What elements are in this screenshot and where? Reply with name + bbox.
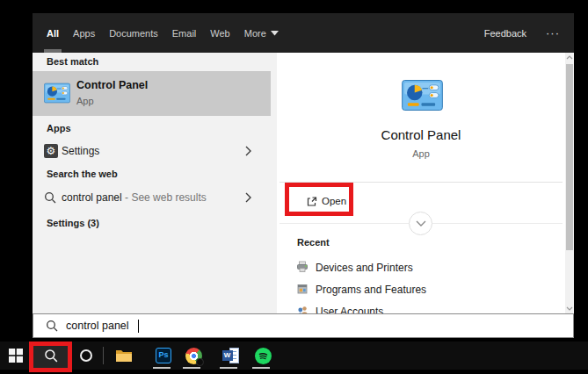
search-box[interactable]: control panel (33, 313, 574, 338)
preview-app-subtitle: App (277, 148, 565, 159)
taskbar: Ps W (0, 342, 588, 370)
settings-section-header: Settings (3) (47, 218, 99, 228)
result-web-search[interactable]: control panel - See web results (33, 185, 271, 210)
word-tile: W (222, 350, 233, 361)
expand-button[interactable] (409, 212, 432, 235)
chrome-badge (196, 358, 204, 366)
tab-apps-label: Apps (73, 28, 95, 39)
photoshop-button[interactable]: Ps (153, 342, 174, 370)
running-indicator-spotify (252, 367, 270, 369)
chevron-down-icon (271, 31, 279, 36)
tab-email[interactable]: Email (172, 13, 197, 53)
running-indicator-photoshop (153, 367, 171, 369)
program-box-icon (296, 283, 309, 295)
taskbar-separator (103, 347, 104, 364)
recent-item-label: Devices and Printers (316, 262, 413, 274)
photoshop-icon: Ps (156, 348, 171, 363)
best-match-result[interactable]: Control Panel App (33, 71, 271, 116)
tab-web[interactable]: Web (210, 13, 229, 53)
scrollbar-thumb[interactable] (566, 64, 573, 250)
tab-more[interactable]: More (244, 13, 279, 53)
recent-header: Recent (297, 237, 330, 248)
windows-search-flyout: All Apps Documents Email Web More (33, 13, 574, 338)
scroll-down-icon[interactable] (566, 306, 573, 311)
apps-section-header: Apps (47, 123, 71, 133)
search-icon (46, 320, 58, 332)
file-explorer-button[interactable] (113, 342, 134, 370)
filter-tabs: All Apps Documents Email Web More (47, 13, 279, 53)
annotation-box-open (285, 183, 353, 216)
cortana-button[interactable] (74, 342, 98, 370)
tab-more-label: More (244, 28, 266, 39)
cortana-icon (80, 349, 92, 362)
chrome-icon (185, 348, 202, 364)
feedback-link[interactable]: Feedback (484, 28, 526, 39)
chrome-button[interactable] (183, 342, 204, 370)
search-icon (44, 191, 56, 204)
file-explorer-icon (115, 349, 133, 363)
tab-all[interactable]: All (47, 13, 59, 53)
text-cursor (138, 320, 139, 333)
search-input-value: control panel (66, 320, 129, 332)
tab-web-label: Web (210, 28, 229, 39)
start-button[interactable] (4, 342, 28, 370)
chevron-right-icon (245, 192, 251, 203)
spotify-icon (255, 348, 272, 364)
recent-item-label: Programs and Features (316, 284, 426, 296)
tab-documents-label: Documents (109, 28, 158, 39)
running-indicator-word (220, 367, 237, 369)
more-options-icon[interactable]: ··· (546, 26, 560, 40)
tab-documents[interactable]: Documents (109, 13, 158, 53)
chevron-down-icon (416, 220, 426, 227)
results-panel: Best match Cont (33, 53, 277, 313)
tab-all-label: All (47, 28, 59, 39)
word-button[interactable]: W (220, 342, 241, 370)
tab-apps[interactable]: Apps (73, 13, 95, 53)
settings-result-label: Settings (62, 145, 99, 157)
search-filter-bar: All Apps Documents Email Web More (33, 13, 574, 53)
annotation-box-taskbar-search (29, 342, 72, 372)
recent-item-devices-printers[interactable]: Devices and Printers (277, 259, 541, 277)
running-indicator-chrome (183, 367, 200, 369)
best-match-title: Control Panel (76, 79, 148, 91)
scrollbar[interactable] (565, 53, 574, 313)
windows-start-icon (9, 349, 23, 363)
chevron-right-icon (245, 146, 251, 156)
web-search-suffix: - See web results (125, 191, 207, 204)
topbar-right: Feedback ··· (484, 26, 560, 40)
gear-icon: ⚙ (44, 144, 58, 158)
tab-email-label: Email (172, 28, 197, 39)
recent-item-programs-features[interactable]: Programs and Features (277, 281, 541, 298)
best-match-subtitle: App (76, 96, 94, 106)
web-search-label: control panel - See web results (62, 191, 207, 204)
web-search-query: control panel (62, 191, 122, 204)
best-match-header: Best match (47, 56, 98, 67)
spotify-button[interactable] (252, 342, 273, 370)
word-icon: W (222, 348, 239, 363)
control-panel-icon-large (402, 80, 443, 111)
web-section-header: Search the web (47, 169, 118, 179)
preview-app-title: Control Panel (277, 127, 565, 142)
control-panel-icon (44, 83, 70, 104)
result-settings[interactable]: ⚙ Settings (33, 139, 271, 163)
scroll-up-icon[interactable] (566, 55, 573, 60)
screenshot-root: All Apps Documents Email Web More (0, 0, 588, 374)
printer-icon (296, 261, 309, 273)
